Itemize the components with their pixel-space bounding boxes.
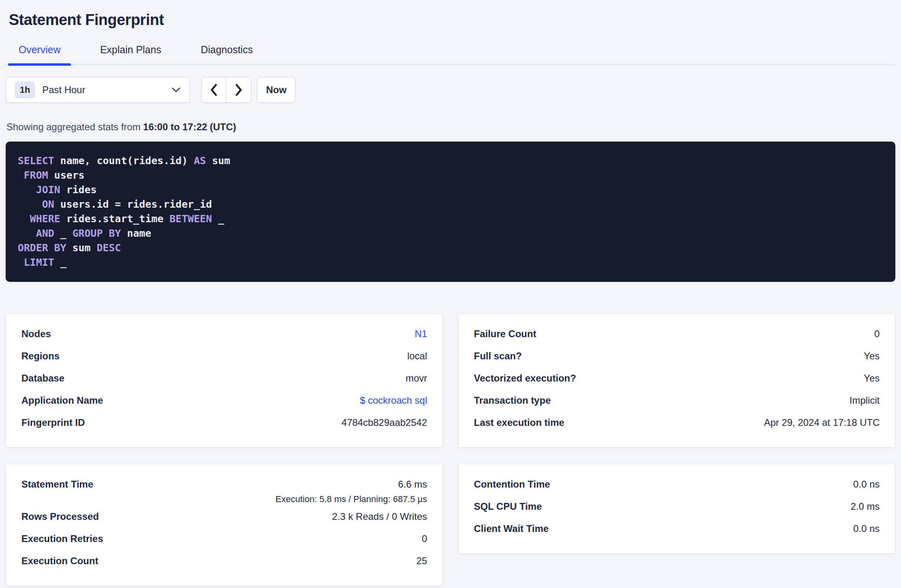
summary-row: Vectorized execution?Yes [474, 373, 880, 395]
row-label: Transaction type [474, 395, 551, 406]
sql-text: users [48, 169, 84, 181]
tab-overview[interactable]: Overview [8, 44, 71, 64]
statement-fingerprint-page: Statement Fingerprint Overview Explain P… [0, 0, 901, 586]
sql-keyword: DESC [97, 242, 121, 254]
sql-line: AND _ GROUP BY name [18, 226, 883, 241]
row-label: Nodes [21, 328, 51, 340]
row-subvalue: Execution: 5.8 ms / Planning: 687.5 µs [275, 494, 427, 505]
tab-bar: Overview Explain Plans Diagnostics [6, 44, 895, 65]
sql-text: name, count(rides.id) [54, 155, 194, 167]
summary-row: Fingerprint ID4784cb829aab2542 [21, 417, 427, 439]
summary-row: Execution Retries0 [21, 533, 427, 555]
row-value: Implicit [849, 395, 880, 406]
tab-explain-plans-label: Explain Plans [100, 44, 161, 55]
row-label: Fingerprint ID [21, 417, 85, 428]
time-range-badge: 1h [15, 81, 35, 98]
summary-row: Client Wait Time0.0 ns [474, 523, 880, 545]
now-button[interactable]: Now [257, 77, 296, 103]
row-value-wrap: 0.0 ns [853, 479, 880, 490]
sql-keyword: WHERE [30, 213, 60, 225]
sql-keyword: BETWEEN [169, 213, 212, 225]
row-value-link[interactable]: N1 [415, 328, 427, 339]
sql-keyword: GROUP BY [72, 227, 121, 239]
sql-text: _ [54, 227, 72, 239]
row-value: 2.0 ms [851, 501, 880, 512]
summary-row: Statement Time6.6 msExecution: 5.8 ms / … [21, 479, 427, 511]
sql-line: ON users.id = rides.rider_id [18, 197, 883, 212]
row-value: 25 [416, 555, 427, 566]
sql-line: FROM users [18, 168, 883, 183]
chevron-right-icon [235, 83, 243, 96]
row-value: 2.3 k Reads / 0 Writes [332, 511, 427, 522]
stats-line-range: 16:00 to 17:22 (UTC) [143, 121, 236, 132]
row-label: Execution Retries [21, 533, 103, 544]
card-wait-times: Contention Time0.0 nsSQL CPU Time2.0 msC… [458, 464, 895, 554]
card-statement-times: Statement Time6.6 msExecution: 5.8 ms / … [6, 464, 443, 586]
sql-text: users.id = rides.rider_id [54, 198, 212, 210]
row-value: Yes [864, 373, 880, 384]
summary-row: Regionslocal [21, 350, 427, 373]
row-value-wrap: 6.6 msExecution: 5.8 ms / Planning: 687.… [275, 479, 427, 505]
sql-text: name [121, 227, 151, 239]
sql-text: _ [54, 256, 66, 268]
row-label: Last execution time [474, 417, 564, 428]
sql-keyword: JOIN [36, 184, 60, 196]
summary-row: Last execution timeApr 29, 2024 at 17:18… [474, 417, 880, 439]
row-value-wrap: 0.0 ns [853, 523, 880, 534]
sql-text: _ [212, 213, 224, 225]
summary-row: Failure Count0 [474, 328, 880, 350]
card-execution-attributes: Failure Count0Full scan?YesVectorized ex… [458, 313, 895, 448]
row-value-wrap: 0 [874, 328, 880, 340]
tab-diagnostics-label: Diagnostics [201, 44, 253, 55]
sql-keyword: SELECT [18, 155, 54, 167]
summary-row: Application Name$ cockroach sql [21, 395, 427, 417]
row-label: Regions [21, 350, 60, 362]
sql-text [18, 169, 24, 181]
row-value: 0.0 ns [853, 523, 880, 534]
row-value: 0 [874, 328, 880, 339]
aggregated-stats-line: Showing aggregated stats from 16:00 to 1… [6, 121, 895, 133]
tab-explain-plans[interactable]: Explain Plans [90, 44, 171, 64]
row-value: 4784cb829aab2542 [342, 417, 427, 428]
summary-cards: NodesN1RegionslocalDatabasemovrApplicati… [6, 313, 895, 586]
tab-diagnostics[interactable]: Diagnostics [190, 44, 263, 64]
summary-row: Databasemovr [21, 373, 427, 395]
row-value-wrap: local [407, 350, 427, 362]
sql-text [18, 184, 36, 196]
next-time-button[interactable] [226, 77, 251, 102]
chevron-left-icon [210, 83, 218, 96]
sql-line: SELECT name, count(rides.id) AS sum [18, 154, 883, 168]
summary-row: NodesN1 [21, 328, 427, 350]
row-value: local [407, 350, 427, 361]
row-value-wrap: $ cockroach sql [360, 395, 427, 406]
sql-text: rides [60, 184, 96, 196]
row-label: Application Name [21, 395, 103, 406]
row-value: 0 [422, 533, 427, 544]
row-value-link[interactable]: $ cockroach sql [360, 395, 427, 406]
row-value-wrap: 0 [422, 533, 427, 544]
summary-row: Rows Processed2.3 k Reads / 0 Writes [21, 511, 427, 533]
sql-text: sum [206, 155, 230, 167]
time-range-picker[interactable]: 1h Past Hour [6, 77, 190, 103]
sql-text [18, 213, 30, 225]
row-label: Statement Time [21, 479, 93, 490]
chevron-down-icon [171, 87, 181, 93]
sql-line: LIMIT _ [18, 255, 883, 270]
row-value: Yes [864, 350, 880, 361]
row-label: Full scan? [474, 350, 522, 362]
row-label: Client Wait Time [474, 523, 549, 534]
row-value-wrap: 2.0 ms [851, 501, 880, 512]
summary-row: Execution Count25 [21, 555, 427, 578]
sql-text [18, 227, 36, 239]
sql-keyword: ORDER BY [18, 242, 66, 254]
prev-time-button[interactable] [202, 77, 226, 102]
row-label: SQL CPU Time [474, 501, 542, 512]
page-title: Statement Fingerprint [6, 0, 895, 29]
sql-statement-box: SELECT name, count(rides.id) AS sum FROM… [6, 142, 895, 282]
time-step-buttons [201, 77, 251, 103]
sql-line: WHERE rides.start_time BETWEEN _ [18, 212, 883, 226]
row-value: movr [406, 373, 427, 384]
row-value-wrap: 2.3 k Reads / 0 Writes [332, 511, 427, 522]
row-value-wrap: 25 [416, 555, 427, 567]
sql-text: rides.start_time [60, 213, 169, 225]
